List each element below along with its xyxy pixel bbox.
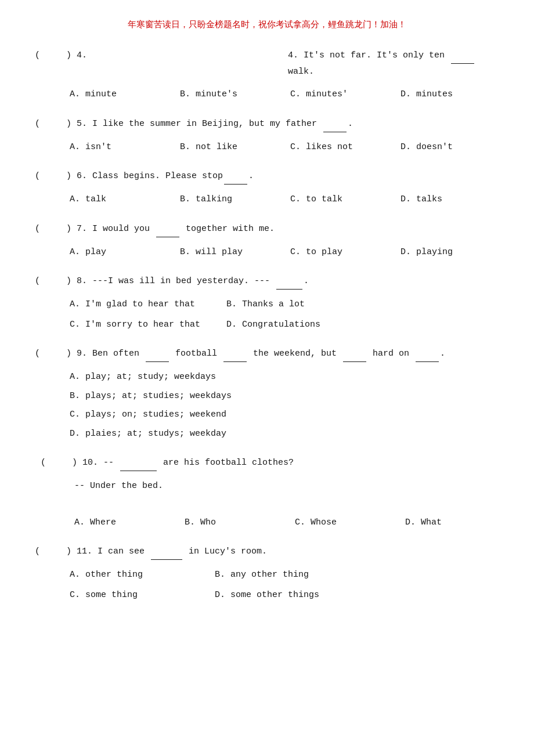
option-4b: B. minute's: [180, 86, 273, 103]
option-7d: D. playing: [400, 244, 493, 261]
bracket-right-7: ): [66, 221, 77, 237]
option-6c: C. to talk: [290, 191, 383, 208]
option-9b: B. plays; at; studies; weekdays: [70, 388, 499, 405]
bracket-left-4: (: [35, 48, 45, 63]
question-10: ( ) 10. -- are his football clothes? -- …: [35, 455, 499, 531]
option-8c: C. I'm sorry to hear that: [70, 317, 209, 334]
bracket-left-8: (: [35, 273, 45, 289]
option-6b: B. talking: [180, 191, 273, 208]
paren-space-4: [45, 48, 66, 63]
options-row-7: A. play B. will play C. to play D. playi…: [70, 244, 499, 261]
option-5a: A. isn't: [70, 139, 163, 156]
options-row-10: A. Where B. Who C. Whose D. What: [74, 515, 499, 531]
blank-9c: [343, 346, 366, 362]
question-body-4: 4. It's not far. It's only ten walk.: [288, 48, 499, 79]
paren-space-11: [45, 544, 66, 559]
option-10d: D. What: [405, 515, 498, 531]
option-10b: B. Who: [185, 515, 277, 531]
bracket-right-9: ): [66, 346, 77, 361]
bracket-right-5: ): [66, 116, 77, 132]
option-8b: B. Thanks a lot: [226, 296, 319, 313]
options-row-8ab: A. I'm glad to hear that B. Thanks a lot: [70, 296, 499, 313]
blank-6: [224, 168, 247, 185]
option-9a: A. play; at; study; weekdays: [70, 369, 499, 386]
paren-space-8: [45, 273, 66, 289]
option-5d: D. doesn't: [400, 139, 493, 156]
options-row-11ab: A. other thing B. any other thing: [70, 567, 499, 584]
option-5b: B. not like: [180, 139, 273, 156]
blank-4: [451, 48, 474, 64]
question-body-7: 7. I would you together with me.: [77, 221, 499, 237]
bracket-left-5: (: [35, 116, 45, 132]
bracket-right-6: ): [66, 168, 77, 184]
blank-10: [120, 455, 157, 471]
question-11: ( ) 11. I can see in Lucy's room. A. oth…: [35, 544, 499, 603]
blank-5: [323, 116, 347, 132]
question-body-9: 9. Ben often football the weekend, but h…: [77, 346, 499, 362]
bracket-left-11: (: [35, 544, 45, 559]
question-8: ( ) 8. ---I was ill in bed yesterday. --…: [35, 273, 499, 333]
question-7: ( ) 7. I would you together with me. A. …: [35, 221, 499, 261]
question-body-10: 10. -- are his football clothes?: [82, 455, 499, 471]
bracket-left-10: (: [41, 455, 51, 471]
question-body-5: 5. I like the summer in Beijing, but my …: [77, 116, 499, 132]
option-6a: A. talk: [70, 191, 163, 208]
blank-9b: [223, 346, 247, 362]
option-11d: D. some other things: [215, 587, 319, 604]
paren-space-6: [45, 168, 66, 184]
option-7b: B. will play: [180, 244, 273, 261]
bracket-left-7: (: [35, 221, 45, 237]
question-6: ( ) 6. Class begins. Please stop . A. ta…: [35, 168, 499, 208]
page-container: 年寒窗苦读日，只盼金榜题名时，祝你考试拿高分，鲤鱼跳龙门！加油！ ( ) 4. …: [35, 17, 499, 603]
bracket-right-4: ): [66, 48, 77, 63]
question-5: ( ) 5. I like the summer in Beijing, but…: [35, 116, 499, 156]
bracket-right-8: ): [66, 273, 77, 289]
bracket-right-11: ): [66, 544, 77, 559]
options-row-8cd: C. I'm sorry to hear that D. Congratulat…: [70, 317, 499, 334]
options-row-5: A. isn't B. not like C. likes not D. doe…: [70, 139, 499, 156]
blank-7: [156, 221, 179, 237]
option-5c: C. likes not: [290, 139, 383, 156]
options-row-11cd: C. some thing D. some other things: [70, 587, 499, 604]
option-10a: A. Where: [74, 515, 167, 531]
bracket-left-9: (: [35, 346, 45, 361]
option-6d: D. talks: [400, 191, 493, 208]
option-10c: C. Whose: [295, 515, 388, 531]
option-8a: A. I'm glad to hear that: [70, 296, 209, 313]
blank-9a: [146, 346, 169, 362]
option-7a: A. play: [70, 244, 163, 261]
option-4d: D. minutes: [400, 86, 493, 103]
question-body-8: 8. ---I was ill in bed yesterday. --- .: [77, 273, 499, 290]
blank-11: [151, 544, 182, 560]
bracket-right-10: ): [72, 455, 82, 471]
sub-text-10: -- Under the bed.: [74, 478, 499, 495]
paren-space-10: [51, 455, 72, 471]
paren-space-7: [45, 221, 66, 237]
paren-space-9: [45, 346, 66, 361]
option-11a: A. other thing: [70, 567, 197, 584]
options-row-4: A. minute B. minute's C. minutes' D. min…: [70, 86, 499, 103]
question-9: ( ) 9. Ben often football the weekend, b…: [35, 346, 499, 442]
header-title: 年寒窗苦读日，只盼金榜题名时，祝你考试拿高分，鲤鱼跳龙门！加油！: [35, 17, 499, 31]
option-4a: A. minute: [70, 86, 163, 103]
paren-space-5: [45, 116, 66, 132]
option-9d: D. plaies; at; studys; weekday: [70, 426, 499, 443]
bracket-left-6: (: [35, 168, 45, 184]
option-11c: C. some thing: [70, 587, 197, 604]
question-text-4: 4.: [77, 48, 288, 63]
option-7c: C. to play: [290, 244, 383, 261]
options-row-6: A. talk B. talking C. to talk D. talks: [70, 191, 499, 208]
option-9c: C. plays; on; studies; weekend: [70, 407, 499, 424]
blank-8: [276, 273, 302, 290]
option-8d: D. Congratulations: [226, 317, 320, 334]
option-4c: C. minutes': [290, 86, 383, 103]
option-11b: B. any other thing: [215, 567, 309, 584]
question-body-11: 11. I can see in Lucy's room.: [77, 544, 499, 560]
question-body-6: 6. Class begins. Please stop .: [77, 168, 499, 185]
blank-9d: [416, 346, 439, 362]
question-4: ( ) 4. 4. It's not far. It's only ten wa…: [35, 48, 499, 103]
